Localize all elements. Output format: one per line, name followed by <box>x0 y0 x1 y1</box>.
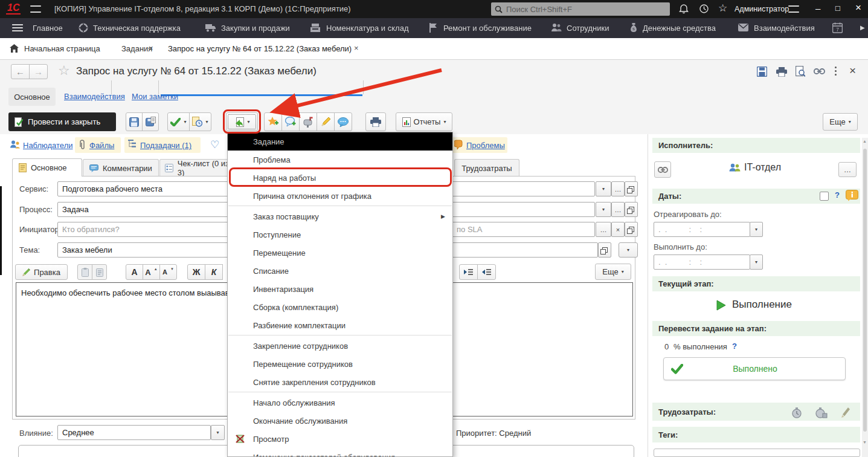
dates-help-icon[interactable]: ? <box>835 190 840 199</box>
complete-until-dropdown[interactable]: ▾ <box>750 254 763 270</box>
menu-item-service-start[interactable]: Начало обслуживания <box>228 394 452 412</box>
menu-item-supplier-order[interactable]: Заказ поставщику▶ <box>228 207 452 225</box>
reports-button[interactable]: Отчеты▾ <box>396 112 452 131</box>
progress-value[interactable]: 0 <box>664 342 669 351</box>
react-until-dropdown[interactable]: ▾ <box>750 222 763 237</box>
paste-text-button[interactable] <box>92 264 107 280</box>
react-until-input[interactable]: . . : : <box>654 222 750 237</box>
tab-request-close-icon[interactable]: × <box>354 44 359 53</box>
files-link[interactable]: Файлы <box>89 141 114 150</box>
service-dropdown-button[interactable]: ▾ <box>596 181 611 196</box>
process-choose-button[interactable]: … <box>611 202 625 217</box>
mail-button[interactable] <box>299 112 317 131</box>
add-comment-button[interactable] <box>281 112 300 131</box>
font-button[interactable]: А <box>126 264 143 280</box>
section-repair[interactable]: Ремонт и обслуживание <box>443 24 532 33</box>
subject-open-button[interactable] <box>598 242 611 258</box>
home-icon[interactable] <box>10 44 19 53</box>
menu-item-assign-employees[interactable]: Закрепление сотрудников <box>228 337 452 355</box>
process-open-button[interactable] <box>625 202 638 217</box>
sections-list-icon[interactable] <box>12 27 23 28</box>
stopwatch-save-icon[interactable] <box>815 407 828 418</box>
nav-tab-notes[interactable]: Мои заметки <box>132 92 178 101</box>
menu-item-receipt[interactable]: Поступление <box>228 225 452 244</box>
stopwatch-icon[interactable] <box>791 407 802 418</box>
scroll-thumb[interactable] <box>863 149 867 432</box>
tags-input[interactable] <box>654 449 860 457</box>
edit-description-button[interactable]: Правка <box>15 264 68 280</box>
complete-task-split-button[interactable]: ▾ <box>167 112 190 131</box>
close-form-icon[interactable]: × <box>849 64 856 77</box>
save-icon[interactable] <box>757 66 767 77</box>
bold-button[interactable]: Ж <box>187 264 205 280</box>
menu-item-transfer[interactable]: Перемещение <box>228 244 452 262</box>
nav-tab-interactions[interactable]: Взаимодействия <box>64 92 125 101</box>
service-open-button[interactable] <box>625 181 638 196</box>
paste-button[interactable] <box>77 264 92 280</box>
save-and-close-button[interactable] <box>142 112 159 131</box>
more-button[interactable]: Еще▾ <box>823 113 858 131</box>
menu-item-view[interactable]: Просмотр <box>228 430 452 448</box>
font-increase-button[interactable]: А▲ <box>143 264 160 280</box>
forward-button[interactable]: → <box>29 64 48 79</box>
tab-request[interactable]: Запрос на услугу № 64 от 15.12.22 (Заказ… <box>168 44 352 53</box>
menu-item-unassign-employees[interactable]: Снятие закрепления сотрудников <box>228 373 452 391</box>
tab-tasks-close-icon[interactable]: × <box>149 44 153 53</box>
menu-item-equipment-indicators[interactable]: Изменение показателей оборудования <box>228 448 452 457</box>
menu-item-problem[interactable]: Проблема <box>228 151 452 169</box>
minimize-button[interactable]: – <box>815 3 820 13</box>
executor-link-button[interactable] <box>654 161 671 178</box>
back-button[interactable]: ← <box>11 64 30 79</box>
section-main[interactable]: Главное <box>33 24 63 33</box>
influence-select[interactable]: Среднее <box>57 425 211 440</box>
editor-more-button[interactable]: Еще▾ <box>595 264 631 280</box>
print-button[interactable] <box>365 112 386 131</box>
initiator-choose-button[interactable]: … <box>596 222 611 237</box>
notifications-bell-icon[interactable] <box>679 4 689 14</box>
menu-item-work-order[interactable]: Наряд на работы <box>228 169 452 187</box>
panel-scrollbar[interactable]: ▲ ▼ <box>862 138 868 457</box>
deadline-split-button[interactable]: ▾ <box>189 112 211 131</box>
menu-item-deviation-reason[interactable]: Причина отклонения от графика <box>228 187 452 205</box>
complete-until-input[interactable]: . . : : <box>654 254 750 270</box>
menu-item-disassembly[interactable]: Разбиение комплектации <box>228 316 452 334</box>
favorite-star-icon[interactable]: ☆ <box>58 63 70 79</box>
section-interactions[interactable]: Взаимодействия <box>754 24 815 33</box>
done-button[interactable]: Выполнено <box>663 357 846 380</box>
tab-home[interactable]: Начальная страница <box>24 44 100 53</box>
inner-tab-comments[interactable]: Комментарии <box>83 159 159 177</box>
process-dropdown-button[interactable]: ▾ <box>596 202 611 217</box>
menu-item-writeoff[interactable]: Списание <box>228 262 452 280</box>
scroll-down-icon[interactable]: ▼ <box>863 440 867 444</box>
inner-tab-labor[interactable]: Трудозатраты <box>454 159 519 177</box>
current-user-label[interactable]: Администратор <box>735 5 789 13</box>
executor-choose-button[interactable]: … <box>838 162 857 177</box>
print-icon[interactable] <box>776 67 787 77</box>
progress-help-icon[interactable]: ? <box>732 342 737 351</box>
menu-item-task[interactable]: Задание <box>228 132 452 151</box>
executor-value-row[interactable]: IT-отдел <box>689 162 821 173</box>
observers-link[interactable]: Наблюдатели <box>23 141 73 150</box>
influence-dropdown-button[interactable]: ▾ <box>211 425 225 440</box>
menu-item-inventory[interactable]: Инвентаризация <box>228 280 452 298</box>
dates-checkbox[interactable] <box>820 192 829 201</box>
tab-tasks[interactable]: Задания <box>121 44 152 53</box>
section-employees[interactable]: Сотрудники <box>567 24 609 33</box>
indent-increase-button[interactable] <box>459 264 478 280</box>
dates-info-icon[interactable] <box>846 190 858 201</box>
message-button[interactable] <box>334 112 352 131</box>
initiator-open-button[interactable] <box>625 222 638 237</box>
create-based-on-button[interactable]: ▾ <box>226 112 258 131</box>
heart-icon[interactable]: ♡ <box>210 138 219 151</box>
close-window-button[interactable]: × <box>855 2 861 14</box>
scroll-up-icon[interactable]: ▲ <box>863 139 867 143</box>
more-vertical-icon[interactable] <box>835 66 837 76</box>
preview-icon[interactable] <box>796 66 805 77</box>
initiator-clear-button[interactable]: × <box>611 222 625 237</box>
global-search-input[interactable]: Поиск Ctrl+Shift+F <box>491 2 670 16</box>
inner-tab-main[interactable]: Основное <box>12 158 82 177</box>
font-decrease-button[interactable]: А▼ <box>159 264 177 280</box>
inner-tab-checklist[interactable]: Чек-лист (0 из 3) <box>159 159 238 177</box>
italic-button[interactable]: К <box>205 264 223 280</box>
service-choose-button[interactable]: … <box>611 181 625 196</box>
